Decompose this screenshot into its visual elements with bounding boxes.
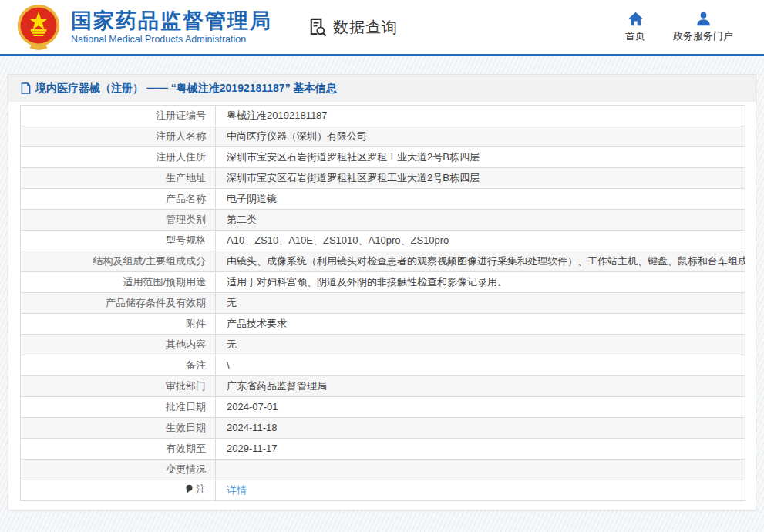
- detail-link[interactable]: 详情: [227, 484, 247, 496]
- field-value: 产品技术要求: [216, 314, 745, 335]
- table-row: 其他内容无: [21, 335, 745, 355]
- field-value-text: 电子阴道镜: [227, 193, 277, 204]
- table-row: 注册人名称中尚医疗仪器（深圳）有限公司: [21, 126, 745, 147]
- field-label: 管理类别: [21, 210, 216, 231]
- field-value: 详情: [216, 480, 745, 501]
- field-value-text: 2024-07-01: [227, 401, 278, 412]
- content-panel: 境内医疗器械（注册） —— “粤械注准20192181187” 基本信息 注册证…: [8, 74, 756, 510]
- field-value: [216, 460, 745, 480]
- table-row: 型号规格A10、ZS10、A10E、ZS1010、A10pro、ZS10pro: [21, 231, 745, 251]
- table-row: 有效期至2029-11-17: [21, 439, 745, 460]
- field-label-text: 注: [196, 483, 206, 496]
- field-value-text: 深圳市宝安区石岩街道罗租社区罗租工业大道2号B栋四层: [227, 151, 480, 163]
- page-title-bar: 境内医疗器械（注册） —— “粤械注准20192181187” 基本信息: [8, 75, 756, 102]
- field-label-text: 管理类别: [166, 214, 206, 226]
- field-label-text: 其他内容: [166, 338, 206, 351]
- field-label: 产品名称: [21, 189, 216, 210]
- field-value: 适用于对妇科宫颈、阴道及外阴的非接触性检查和影像记录用。: [216, 272, 745, 293]
- table-row: 适用范围/预期用途适用于对妇科宫颈、阴道及外阴的非接触性检查和影像记录用。: [21, 272, 745, 293]
- field-label-wrap: 批准日期: [166, 401, 206, 413]
- table-row: 备注\: [21, 355, 745, 376]
- field-value-text: 由镜头、成像系统（利用镜头对检查患者的观察视频图像进行采集和处理软件）、工作站主…: [227, 255, 745, 267]
- nav-portal[interactable]: 政务服务门户: [673, 12, 733, 43]
- field-value: 2024-07-01: [216, 397, 745, 418]
- field-label-text: 生产地址: [166, 172, 206, 184]
- table-row: 生效日期2024-11-18: [21, 418, 745, 439]
- org-names: 国家药品监督管理局 National Medical Products Admi…: [71, 9, 272, 45]
- field-value: 第二类: [216, 210, 745, 231]
- field-label-text: 有效期至: [166, 443, 206, 455]
- national-emblem-icon: [15, 3, 62, 51]
- table-row: 生产地址深圳市宝安区石岩街道罗租社区罗租工业大道2号B栋四层: [21, 168, 745, 189]
- field-value-text: 无: [227, 297, 237, 308]
- field-value-text: 适用于对妇科宫颈、阴道及外阴的非接触性检查和影像记录用。: [227, 276, 507, 288]
- table-row: 批准日期2024-07-01: [21, 397, 745, 418]
- field-label: 生效日期: [21, 418, 216, 439]
- data-query-label: 数据查询: [333, 17, 398, 38]
- table-row: 注册人住所深圳市宝安区石岩街道罗租社区罗租工业大道2号B栋四层: [21, 147, 745, 168]
- field-label-wrap: 适用范围/预期用途: [123, 276, 206, 288]
- user-icon: [695, 12, 712, 26]
- field-label-wrap: 附件: [186, 318, 206, 330]
- field-label-text: 适用范围/预期用途: [123, 276, 206, 288]
- field-label: 产品储存条件及有效期: [21, 293, 216, 314]
- field-label-text: 注册人住所: [156, 151, 206, 163]
- field-label-wrap: 管理类别: [166, 214, 206, 226]
- field-label-wrap: 生效日期: [166, 422, 206, 434]
- field-value: 2024-11-18: [216, 418, 745, 439]
- field-value-text: 产品技术要求: [227, 318, 287, 329]
- field-label-wrap: 变更情况: [166, 463, 206, 476]
- field-value-text: 2024-11-18: [227, 422, 278, 433]
- table-row: 产品名称电子阴道镜: [21, 189, 745, 210]
- field-value: 电子阴道镜: [216, 189, 745, 210]
- field-label-text: 批准日期: [166, 401, 206, 413]
- field-label-text: 结构及组成/主要组成成分: [93, 255, 206, 268]
- field-label: 其他内容: [21, 335, 216, 355]
- field-label-wrap: 备注: [186, 359, 206, 372]
- field-label-wrap: 注: [185, 483, 206, 496]
- info-table-body: 注册证编号粤械注准20192181187注册人名称中尚医疗仪器（深圳）有限公司注…: [21, 106, 745, 501]
- document-icon: [21, 82, 31, 94]
- table-row: 审批部门广东省药品监督管理局: [21, 376, 745, 397]
- field-label-wrap: 有效期至: [166, 443, 206, 455]
- table-row: 注详情: [21, 480, 745, 501]
- field-label-wrap: 审批部门: [166, 380, 206, 392]
- top-nav: 首页 政务服务门户: [625, 12, 733, 43]
- field-label-wrap: 型号规格: [166, 234, 206, 247]
- data-query-link[interactable]: 数据查询: [307, 17, 398, 38]
- field-label: 注: [21, 480, 216, 501]
- table-row: 附件产品技术要求: [21, 314, 745, 335]
- site-header: 国家药品监督管理局 National Medical Products Admi…: [0, 0, 764, 56]
- field-label: 附件: [21, 314, 216, 335]
- field-label: 注册人住所: [21, 147, 216, 168]
- field-value: 由镜头、成像系统（利用镜头对检查患者的观察视频图像进行采集和处理软件）、工作站主…: [216, 251, 745, 272]
- field-value: 中尚医疗仪器（深圳）有限公司: [216, 126, 745, 147]
- field-label-text: 变更情况: [166, 463, 206, 476]
- field-value: 无: [216, 293, 745, 314]
- nav-home[interactable]: 首页: [625, 12, 645, 43]
- field-label: 变更情况: [21, 460, 216, 480]
- nav-portal-label: 政务服务门户: [673, 29, 733, 43]
- field-value-text: 深圳市宝安区石岩街道罗租社区罗租工业大道2号B栋四层: [227, 172, 480, 184]
- field-value: A10、ZS10、A10E、ZS1010、A10pro、ZS10pro: [216, 231, 745, 251]
- data-query-icon: [307, 17, 328, 38]
- field-value-text: 中尚医疗仪器（深圳）有限公司: [227, 130, 367, 142]
- field-value: 2029-11-17: [216, 439, 745, 460]
- site-logo[interactable]: 国家药品监督管理局 National Medical Products Admi…: [15, 3, 272, 51]
- field-label-wrap: 生产地址: [166, 172, 206, 184]
- field-value-text: 无: [227, 338, 237, 350]
- field-label-text: 注册证编号: [156, 109, 206, 122]
- field-label: 批准日期: [21, 397, 216, 418]
- field-label-text: 注册人名称: [156, 130, 206, 143]
- field-label-wrap: 产品名称: [166, 193, 206, 205]
- org-name-zh: 国家药品监督管理局: [71, 9, 272, 32]
- field-value-text: A10、ZS10、A10E、ZS1010、A10pro、ZS10pro: [227, 234, 449, 246]
- field-label: 结构及组成/主要组成成分: [21, 251, 216, 272]
- field-value: 粤械注准20192181187: [216, 106, 745, 126]
- field-label: 备注: [21, 355, 216, 376]
- field-label: 型号规格: [21, 231, 216, 251]
- table-row: 注册证编号粤械注准20192181187: [21, 106, 745, 126]
- field-label: 生产地址: [21, 168, 216, 189]
- field-value: 广东省药品监督管理局: [216, 376, 745, 397]
- home-icon: [628, 12, 644, 26]
